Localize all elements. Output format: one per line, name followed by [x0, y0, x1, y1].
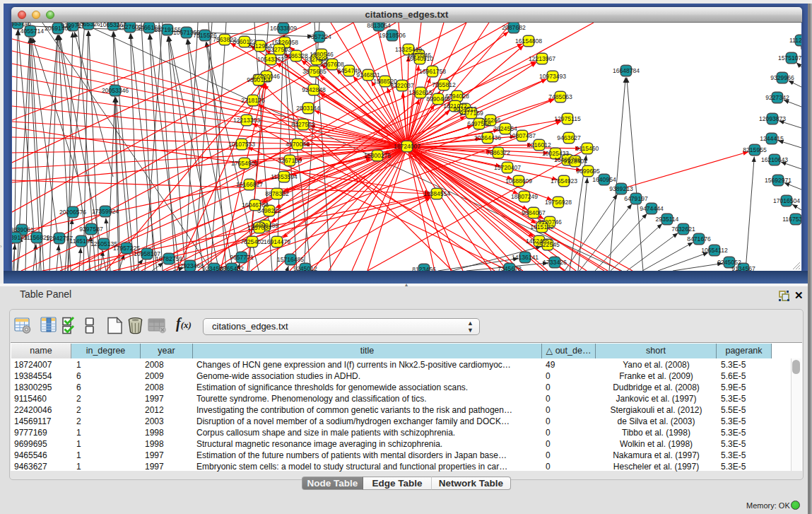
svg-text:20364436: 20364436: [474, 134, 501, 141]
svg-text:15692971: 15692971: [765, 177, 792, 184]
svg-text:1112345: 1112345: [789, 37, 801, 44]
svg-text:12093873: 12093873: [759, 115, 786, 122]
svg-text:1244415: 1244415: [760, 135, 784, 142]
svg-text:9397587: 9397587: [79, 226, 103, 233]
svg-text:14136141: 14136141: [512, 254, 539, 261]
svg-text:8813054: 8813054: [367, 23, 391, 29]
svg-text:9245012: 9245012: [293, 265, 317, 271]
svg-text:4170046: 4170046: [286, 141, 310, 148]
svg-text:12213967: 12213967: [529, 55, 555, 62]
svg-text:9128404: 9128404: [563, 158, 587, 165]
svg-text:15226058: 15226058: [271, 39, 298, 46]
svg-text:6479197: 6479197: [624, 195, 648, 202]
svg-text:19218506: 19218506: [379, 32, 406, 39]
svg-text:1257034: 1257034: [247, 224, 271, 231]
svg-text:7485063: 7485063: [548, 93, 572, 100]
svg-text:2718176: 2718176: [241, 97, 265, 104]
svg-text:8427552: 8427552: [291, 121, 315, 128]
svg-text:17654903: 17654903: [231, 160, 258, 167]
svg-text:1280546: 1280546: [310, 51, 334, 58]
svg-text:12942757: 12942757: [46, 235, 73, 242]
svg-text:15166827: 15166827: [236, 181, 263, 188]
svg-text:16914479: 16914479: [264, 238, 290, 245]
svg-text:1615132: 1615132: [530, 223, 554, 230]
svg-text:1640954: 1640954: [592, 176, 616, 183]
svg-text:12213363: 12213363: [233, 117, 260, 124]
svg-text:1145194: 1145194: [70, 238, 93, 245]
svg-text:9242848: 9242848: [302, 86, 326, 93]
svg-text:16782759: 16782759: [155, 255, 182, 262]
svg-text:2935114: 2935114: [656, 216, 679, 223]
svg-text:9389213: 9389213: [609, 185, 633, 192]
svg-text:15716485: 15716485: [277, 256, 304, 263]
svg-text:9115460: 9115460: [576, 145, 599, 152]
svg-text:3624554: 3624554: [493, 125, 517, 132]
svg-text:16648784: 16648784: [613, 67, 640, 74]
svg-text:12923468: 12923468: [177, 262, 204, 269]
svg-text:9839061: 9839061: [12, 226, 34, 233]
svg-text:9657771: 9657771: [230, 254, 254, 261]
svg-text:7886372: 7886372: [486, 149, 510, 156]
svg-text:2803144: 2803144: [296, 105, 320, 112]
svg-text:8765432: 8765432: [220, 265, 244, 271]
svg-text:10654112: 10654112: [701, 247, 728, 254]
svg-text:3875685: 3875685: [302, 68, 326, 75]
svg-text:9134567: 9134567: [731, 265, 755, 271]
svg-text:1065326: 1065326: [76, 23, 100, 28]
svg-text:2522545: 2522545: [536, 241, 560, 248]
svg-text:17359924: 17359924: [92, 208, 119, 215]
svg-text:9777169: 9777169: [459, 110, 483, 117]
svg-text:11675335: 11675335: [782, 216, 801, 223]
svg-text:7955812: 7955812: [432, 81, 456, 88]
svg-text:14055714: 14055714: [17, 28, 44, 35]
svg-text:7632621: 7632621: [671, 226, 695, 233]
svg-text:8322037: 8322037: [390, 82, 414, 89]
svg-text:9890154: 9890154: [247, 76, 271, 83]
svg-text:10543362: 10543362: [257, 56, 284, 63]
svg-text:16154808: 16154808: [515, 37, 542, 45]
svg-text:15751074: 15751074: [778, 54, 801, 62]
svg-text:16210643: 16210643: [761, 156, 788, 163]
svg-text:16961758: 16961758: [419, 68, 446, 75]
svg-text:10107553: 10107553: [228, 141, 255, 148]
svg-text:2087682: 2087682: [502, 24, 526, 31]
svg-text:7345678: 7345678: [498, 265, 522, 271]
svg-text:17654923: 17654923: [551, 177, 577, 185]
svg-text:10807487: 10807487: [509, 132, 536, 139]
svg-text:10688609: 10688609: [505, 177, 532, 185]
svg-text:8215955: 8215955: [743, 146, 767, 153]
svg-text:9474444: 9474444: [640, 205, 664, 212]
svg-text:15720407: 15720407: [494, 164, 521, 171]
svg-text:6216012: 6216012: [527, 141, 551, 148]
svg-text:3267150: 3267150: [278, 157, 302, 164]
svg-text:8878332: 8878332: [265, 190, 289, 197]
svg-text:9699695: 9699695: [576, 168, 600, 175]
svg-text:9084067: 9084067: [522, 209, 546, 216]
svg-text:1733426: 1733426: [543, 259, 567, 266]
svg-text:19756928: 19756928: [545, 199, 572, 206]
svg-text:6497568: 6497568: [467, 120, 491, 127]
svg-text:16033809: 16033809: [270, 25, 297, 32]
svg-text:18724007: 18724007: [394, 143, 420, 150]
svg-text:10973493: 10973493: [539, 73, 566, 80]
svg-text:7357224: 7357224: [307, 33, 331, 40]
svg-text:8123456: 8123456: [412, 266, 436, 271]
svg-text:7625402: 7625402: [240, 238, 264, 245]
svg-text:6794028: 6794028: [445, 93, 469, 100]
svg-text:12975115: 12975115: [554, 115, 581, 122]
svg-text:20053346: 20053346: [102, 87, 129, 94]
svg-text:8471676: 8471676: [687, 235, 711, 243]
svg-text:9463627: 9463627: [557, 134, 581, 141]
svg-text:15300275: 15300275: [364, 152, 391, 159]
svg-text:18807249: 18807249: [511, 193, 538, 200]
svg-text:20553746: 20553746: [12, 23, 31, 27]
svg-text:19384554: 19384554: [423, 190, 450, 197]
svg-text:9227342: 9227342: [765, 94, 789, 101]
svg-text:9329966: 9329966: [770, 74, 794, 81]
svg-text:20206576: 20206576: [59, 209, 86, 216]
svg-text:17016504: 17016504: [773, 197, 800, 204]
svg-text:11353594: 11353594: [271, 173, 298, 180]
svg-text:16640910: 16640910: [406, 55, 433, 62]
svg-text:3498222: 3498222: [257, 207, 281, 214]
